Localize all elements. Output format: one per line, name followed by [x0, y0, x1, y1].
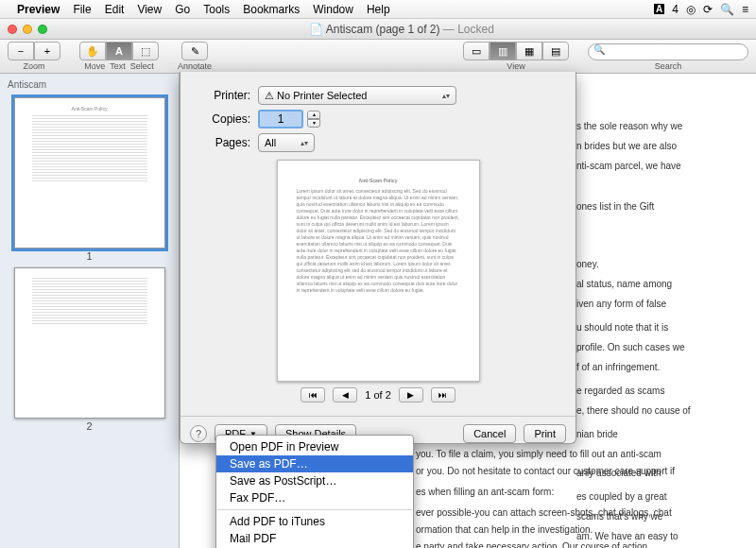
pages-label: Pages: — [194, 136, 250, 149]
menu-bookmarks[interactable]: Bookmarks — [243, 3, 300, 16]
search-icon: 🔍 — [593, 44, 605, 55]
zoom-label: Zoom — [23, 61, 44, 71]
menu-tools[interactable]: Tools — [203, 3, 230, 16]
menu-go[interactable]: Go — [175, 3, 190, 16]
adobe-icon[interactable]: A — [654, 4, 664, 14]
thumbnail-sidebar: Antiscam Anti-Scam Policy 1 2 — [0, 74, 180, 548]
menu-window[interactable]: Window — [313, 3, 353, 16]
cancel-button[interactable]: Cancel — [463, 424, 516, 443]
window-titlebar: 📄 Antiscam (page 1 of 2) — Locked — [0, 19, 756, 40]
minimize-window-button[interactable] — [23, 25, 32, 34]
search-label: Search — [655, 61, 682, 71]
spotify-icon[interactable]: ◎ — [686, 3, 696, 16]
menu-item-open-pdf-preview[interactable]: Open PDF in Preview — [216, 438, 413, 455]
copies-stepper[interactable]: ▴ ▾ — [307, 111, 320, 128]
annotate-button[interactable]: ✎ — [181, 42, 208, 60]
locked-label: — Locked — [443, 23, 494, 36]
toolbar: − + Zoom ✋ A ⬚ Move Text Select ✎ Annota… — [0, 40, 756, 74]
pdf-menu: Open PDF in Preview Save as PDF… Save as… — [215, 435, 414, 548]
page-indicator: 1 of 2 — [365, 389, 391, 401]
printer-select[interactable]: ⚠ No Printer Selected ▴▾ — [258, 86, 456, 105]
select-tool-button[interactable]: ⬚ — [132, 42, 159, 60]
view-mode-3-button[interactable]: ▦ — [516, 42, 542, 60]
copies-input[interactable] — [258, 110, 303, 128]
menu-item-fax-pdf[interactable]: Fax PDF… — [216, 489, 413, 506]
menu-extra-icon[interactable]: ≡ — [742, 3, 748, 16]
menu-help[interactable]: Help — [367, 3, 390, 16]
app-menu[interactable]: Preview — [17, 3, 60, 16]
doc-icon: 📄 — [309, 23, 323, 36]
menu-file[interactable]: File — [73, 3, 91, 16]
stepper-down-button[interactable]: ▾ — [307, 119, 320, 128]
menu-edit[interactable]: Edit — [105, 3, 125, 16]
zoom-out-button[interactable]: − — [8, 42, 34, 60]
thumbnail-number-2: 2 — [4, 420, 175, 432]
annotate-label: Annotate — [178, 61, 212, 71]
move-tool-button[interactable]: ✋ — [79, 42, 106, 60]
sidebar-title: Antiscam — [4, 77, 175, 92]
chevron-updown-icon: ▴▾ — [442, 92, 450, 100]
printer-label: Printer: — [194, 89, 250, 102]
first-page-button[interactable]: ⏮ — [301, 387, 325, 402]
page-thumbnail-1[interactable]: Anti-Scam Policy — [14, 97, 165, 248]
prev-page-button[interactable]: ◀ — [333, 387, 357, 402]
menu-view[interactable]: View — [137, 3, 162, 16]
zoom-in-button[interactable]: + — [34, 42, 60, 60]
view-mode-4-button[interactable]: ▤ — [542, 42, 569, 60]
print-button[interactable]: Print — [524, 424, 566, 443]
stepper-up-button[interactable]: ▴ — [307, 111, 320, 119]
sync-icon[interactable]: ⟳ — [703, 3, 713, 16]
search-input[interactable] — [588, 43, 748, 60]
tool-labels: Move Text Select — [84, 61, 153, 71]
text-tool-button[interactable]: A — [106, 42, 132, 60]
menu-item-add-to-itunes[interactable]: Add PDF to iTunes — [216, 513, 413, 530]
help-button[interactable]: ? — [190, 425, 207, 442]
menu-separator — [217, 509, 412, 510]
menu-item-save-as-pdf[interactable]: Save as PDF… — [216, 455, 413, 472]
status-badge: 4 — [672, 3, 679, 16]
thumbnail-number-1: 1 — [4, 250, 175, 262]
print-dialog: Printer: ⚠ No Printer Selected ▴▾ Copies… — [180, 72, 576, 444]
window-title: Antiscam (page 1 of 2) — [326, 23, 440, 36]
last-page-button[interactable]: ⏭ — [431, 387, 455, 402]
view-mode-2-button[interactable]: ▥ — [490, 42, 516, 60]
spotlight-icon[interactable]: 🔍 — [720, 3, 734, 16]
menu-item-save-as-postscript[interactable]: Save as PostScript… — [216, 472, 413, 489]
copies-label: Copies: — [194, 112, 250, 126]
zoom-window-button[interactable] — [38, 25, 47, 34]
chevron-updown-icon: ▴▾ — [301, 139, 308, 147]
page-thumbnail-2[interactable] — [14, 267, 165, 419]
view-mode-1-button[interactable]: ▭ — [463, 42, 490, 60]
close-window-button[interactable] — [8, 25, 17, 34]
document-text-fragment-bottom: you. To file a claim, you simply need to… — [416, 444, 747, 548]
print-preview-page: Anti-Scam Policy Lorem ipsum dolor sit a… — [277, 160, 480, 382]
pages-select[interactable]: All ▴▾ — [258, 133, 315, 152]
view-label: View — [507, 61, 524, 71]
menubar: Preview File Edit View Go Tools Bookmark… — [0, 0, 756, 19]
next-page-button[interactable]: ▶ — [399, 387, 423, 402]
menu-item-mail-pdf[interactable]: Mail PDF — [216, 530, 413, 547]
